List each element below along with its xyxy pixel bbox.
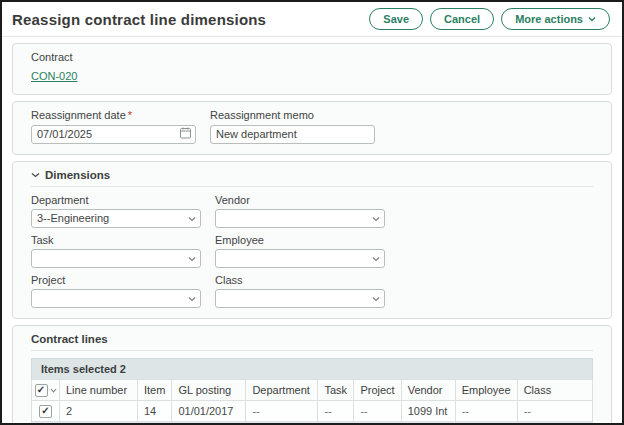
task-field-group: Task bbox=[31, 234, 201, 268]
chevron-down-icon bbox=[588, 16, 596, 22]
task-label: Task bbox=[31, 234, 201, 246]
cell-employee: -- bbox=[455, 400, 517, 421]
table-row[interactable]: ✓ 2 14 01/01/2017 -- -- -- 1099 Int -- -… bbox=[32, 400, 593, 421]
table-header-row: ✓ Line number Item GL posting Department… bbox=[32, 379, 593, 400]
chevron-down-icon[interactable] bbox=[50, 388, 57, 393]
contract-lines-card: Contract lines Items selected 2 ✓ Line n bbox=[12, 325, 612, 425]
dimensions-grid: Department 3--Engineering Vendor Task bbox=[31, 194, 593, 308]
items-selected-bar: Items selected 2 bbox=[31, 358, 593, 379]
dimensions-card: Dimensions Department 3--Engineering Ven… bbox=[12, 161, 612, 319]
contract-card: Contract CON-020 bbox=[12, 43, 612, 95]
reassignment-date-input[interactable] bbox=[31, 125, 196, 144]
save-button[interactable]: Save bbox=[369, 8, 423, 30]
calendar-icon[interactable] bbox=[180, 127, 191, 139]
save-button-label: Save bbox=[383, 12, 409, 26]
cancel-button-label: Cancel bbox=[444, 12, 480, 26]
cell-department: -- bbox=[246, 421, 318, 425]
column-header-vendor[interactable]: Vendor bbox=[401, 379, 455, 400]
reassignment-memo-field-group: Reassignment memo bbox=[210, 109, 375, 144]
cell-project: -- bbox=[354, 400, 401, 421]
cell-project: -- bbox=[354, 421, 401, 425]
cell-vendor: 1099 Int bbox=[401, 400, 455, 421]
column-header-project[interactable]: Project bbox=[354, 379, 401, 400]
reassignment-memo-label: Reassignment memo bbox=[210, 109, 375, 121]
chevron-down-icon bbox=[31, 172, 40, 178]
page-title: Reassign contract line dimensions bbox=[12, 11, 266, 28]
cell-vendor: -- bbox=[401, 421, 455, 425]
employee-label: Employee bbox=[215, 234, 385, 246]
column-header-line-number[interactable]: Line number bbox=[60, 379, 138, 400]
cell-line-number: 2 bbox=[60, 400, 138, 421]
table-row[interactable]: ✓ 3 7 01/01/2017 -- -- -- -- 22 -- bbox=[32, 421, 593, 425]
more-actions-button[interactable]: More actions bbox=[501, 8, 610, 30]
select-all-checkbox[interactable]: ✓ bbox=[35, 384, 48, 397]
cell-employee: 22 bbox=[455, 421, 517, 425]
contract-lines-section-title: Contract lines bbox=[31, 333, 593, 345]
column-header-gl-posting[interactable]: GL posting bbox=[172, 379, 246, 400]
department-label: Department bbox=[31, 194, 201, 206]
divider bbox=[31, 186, 593, 187]
chevron-down-icon bbox=[372, 256, 380, 262]
reassignment-memo-input[interactable] bbox=[210, 125, 375, 144]
vendor-label: Vendor bbox=[215, 194, 385, 206]
project-label: Project bbox=[31, 274, 201, 286]
reassignment-date-label: Reassignment date* bbox=[31, 109, 196, 121]
cell-class: -- bbox=[517, 400, 592, 421]
department-select[interactable]: 3--Engineering bbox=[31, 209, 201, 228]
class-label: Class bbox=[215, 274, 385, 286]
column-header-class[interactable]: Class bbox=[517, 379, 592, 400]
more-actions-button-label: More actions bbox=[515, 12, 583, 26]
employee-field-group: Employee bbox=[215, 234, 385, 268]
column-header-item[interactable]: Item bbox=[138, 379, 172, 400]
cell-task: -- bbox=[318, 421, 354, 425]
dimensions-section-title: Dimensions bbox=[45, 169, 110, 181]
app-window: Reassign contract line dimensions Save C… bbox=[0, 0, 624, 425]
cell-gl-posting: 01/01/2017 bbox=[172, 400, 246, 421]
contract-link[interactable]: CON-020 bbox=[31, 70, 77, 82]
header-actions: Save Cancel More actions bbox=[369, 8, 610, 30]
contract-label: Contract bbox=[31, 51, 593, 63]
required-asterisk: * bbox=[128, 109, 132, 121]
column-header-task[interactable]: Task bbox=[318, 379, 354, 400]
chevron-down-icon bbox=[188, 256, 196, 262]
vendor-select[interactable] bbox=[215, 209, 385, 228]
vendor-field-group: Vendor bbox=[215, 194, 385, 228]
dimensions-section-header[interactable]: Dimensions bbox=[31, 169, 593, 181]
cell-line-number: 3 bbox=[60, 421, 138, 425]
contract-lines-table: ✓ Line number Item GL posting Department… bbox=[31, 379, 593, 425]
class-field-group: Class bbox=[215, 274, 385, 308]
cell-item: 7 bbox=[138, 421, 172, 425]
reassignment-date-field-group: Reassignment date* bbox=[31, 109, 196, 144]
department-field-group: Department 3--Engineering bbox=[31, 194, 201, 228]
project-field-group: Project bbox=[31, 274, 201, 308]
cancel-button[interactable]: Cancel bbox=[430, 8, 494, 30]
cell-department: -- bbox=[246, 400, 318, 421]
cell-class: -- bbox=[517, 421, 592, 425]
task-select[interactable] bbox=[31, 249, 201, 268]
chevron-down-icon bbox=[188, 216, 196, 222]
column-header-employee[interactable]: Employee bbox=[455, 379, 517, 400]
reassignment-card: Reassignment date* Reassignment memo bbox=[12, 101, 612, 155]
employee-select[interactable] bbox=[215, 249, 385, 268]
class-select[interactable] bbox=[215, 289, 385, 308]
row-checkbox[interactable]: ✓ bbox=[39, 405, 52, 418]
chevron-down-icon bbox=[188, 296, 196, 302]
cell-item: 14 bbox=[138, 400, 172, 421]
cell-gl-posting: 01/01/2017 bbox=[172, 421, 246, 425]
cell-task: -- bbox=[318, 400, 354, 421]
project-select[interactable] bbox=[31, 289, 201, 308]
chevron-down-icon bbox=[372, 216, 380, 222]
chevron-down-icon bbox=[372, 296, 380, 302]
column-header-department[interactable]: Department bbox=[246, 379, 318, 400]
page-header: Reassign contract line dimensions Save C… bbox=[2, 2, 622, 37]
divider bbox=[31, 350, 593, 351]
